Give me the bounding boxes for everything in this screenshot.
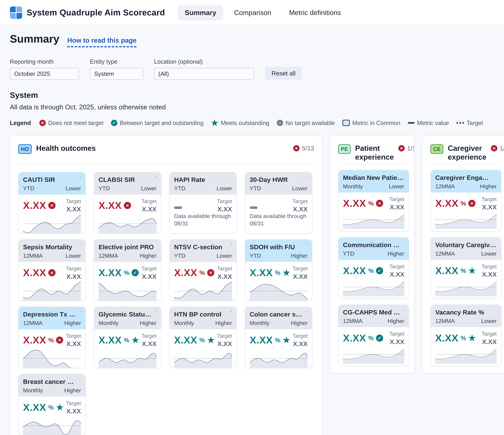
metric-period: YTD	[174, 185, 185, 192]
metric-value: X.XX	[250, 334, 273, 346]
legend-item-label: Between target and outstanding	[120, 120, 204, 126]
legend-item: Metric value	[408, 120, 449, 126]
external-link-icon[interactable]	[80, 378, 81, 379]
section-ho: HO Health outcomes × 5/13 CAUTI SIR YTD …	[10, 135, 322, 435]
entity-type-select[interactable]: System	[90, 68, 143, 80]
metric-period: Monthly	[99, 320, 118, 326]
legend-fail-icon: ×	[39, 120, 46, 126]
star-icon: ★	[56, 403, 63, 411]
external-link-icon[interactable]	[495, 174, 497, 175]
legend-item: Metric in Common	[342, 120, 400, 126]
section-count-text: 1/3	[407, 145, 415, 152]
fail-icon: ×	[48, 202, 55, 209]
tab-metric-definitions[interactable]: Metric definitions	[282, 5, 348, 21]
metric-period: 12MMA	[343, 318, 362, 324]
entity-type-value: System	[94, 70, 114, 77]
external-link-icon[interactable]	[80, 311, 81, 312]
metric-value: X.XX	[174, 267, 197, 278]
section-header: HO Health outcomes × 5/13	[18, 144, 314, 164]
star-icon: ★	[283, 269, 290, 277]
target-label: Target	[389, 196, 405, 202]
metric-unit: %	[199, 269, 205, 276]
metric-card: Caregiver Engage... 12MMA Higher X.XX % …	[430, 170, 502, 231]
target-value: X.XX	[66, 206, 81, 212]
metric-card-body: X.XX % ★ Target X.XX	[431, 260, 501, 299]
sparkline	[99, 347, 157, 368]
metric-title: Vacancy Rate %	[435, 308, 497, 316]
external-link-icon[interactable]	[306, 311, 307, 312]
section-pe: PE Patient experience × 1/3 Median New P…	[330, 135, 415, 374]
metric-unit: %	[48, 404, 54, 411]
tab-comparison[interactable]: Comparison	[227, 5, 278, 21]
legend-item-label: Metric value	[417, 120, 449, 126]
metric-value: X.XX	[343, 265, 366, 276]
top-bar: System Quadruple Aim Scorecard SummaryCo…	[0, 0, 504, 26]
metric-in-common-swatch	[342, 120, 350, 126]
metric-value: X.XX	[23, 200, 46, 211]
chevron-down-icon	[138, 73, 139, 74]
metric-value: X.XX	[99, 267, 122, 278]
metric-title: 30-Day HWR	[250, 176, 303, 183]
metric-card-header: SDOH with F/U YTD Higher	[245, 240, 312, 262]
metric-card-header: HAPI Rate YTD Lower	[170, 172, 236, 195]
target-value: X.XX	[482, 271, 497, 278]
location-select[interactable]: (All)	[154, 68, 254, 80]
target-label: Target	[217, 266, 232, 271]
metric-value-swatch	[408, 122, 415, 124]
legend-item-label: Meets outstanding	[221, 120, 269, 126]
metric-card: HAPI Rate YTD Lower Target X.XX	[169, 172, 237, 234]
target-value: X.XX	[217, 340, 232, 347]
metric-unit: %	[368, 267, 374, 274]
target-value: X.XX	[293, 206, 308, 212]
legend-item: ✓Between target and outstanding	[111, 120, 204, 126]
reporting-month-select[interactable]: October 2025	[10, 68, 79, 80]
metric-direction: Lower	[481, 318, 497, 324]
external-link-icon[interactable]	[155, 176, 157, 177]
how-to-read-link[interactable]: How to read this page	[67, 36, 136, 47]
legend-item-label: Does not meet target	[48, 120, 104, 126]
tab-bar: SummaryComparisonMetric definitions	[178, 5, 348, 21]
metric-period: YTD	[99, 185, 110, 192]
metric-title: Voluntary Caregiver...	[435, 241, 497, 249]
tab-summary[interactable]: Summary	[178, 5, 223, 21]
metric-value: X.XX	[23, 334, 46, 346]
metric-card-header: CAUTI SIR YTD Lower	[18, 172, 85, 195]
section-count-text: 1/2	[500, 145, 504, 152]
metric-title: Sepsis Mortality	[23, 243, 77, 251]
metric-card-body: X.XX % ★ Target X.XX	[245, 329, 312, 368]
app-logo-icon	[10, 7, 22, 19]
external-link-icon[interactable]	[306, 176, 307, 177]
metric-value: X.XX	[174, 334, 197, 346]
external-link-icon[interactable]	[155, 311, 157, 312]
fail-icon: ×	[124, 202, 131, 209]
target-label: Target	[66, 266, 81, 271]
external-link-icon[interactable]	[80, 176, 81, 177]
metric-value: X.XX	[99, 334, 122, 346]
sparkline	[343, 345, 404, 364]
metric-title: HAPI Rate	[174, 176, 232, 183]
target-value: X.XX	[217, 273, 232, 280]
external-link-icon[interactable]	[80, 244, 81, 245]
metric-period: 12MMA	[23, 320, 43, 326]
target-value: X.XX	[293, 340, 308, 347]
legend-item-label: No target available	[286, 120, 335, 126]
external-link-icon[interactable]	[403, 309, 404, 310]
sparkline	[250, 347, 308, 368]
external-link-icon[interactable]	[231, 311, 232, 312]
legend-item: Target	[456, 120, 483, 126]
external-link-icon[interactable]	[231, 244, 232, 245]
metric-period: 12MMA	[23, 252, 43, 259]
reset-all-button[interactable]: Reset all	[265, 67, 302, 80]
target-label: Target	[217, 199, 232, 204]
metric-card: Median New Patient... Monthly Lower X.XX…	[338, 170, 409, 231]
sparkline	[343, 278, 404, 296]
metric-unit: %	[460, 200, 466, 207]
metric-card-body: X.XX × Target X.XX	[94, 195, 161, 234]
metric-direction: Higher	[291, 252, 307, 259]
metric-period: 12MMA	[435, 250, 455, 257]
external-link-icon[interactable]	[306, 244, 307, 245]
metric-direction: Lower	[65, 185, 81, 192]
section-title: Health outcomes	[36, 144, 289, 153]
metric-card-header: CLABSI SIR YTD Lower	[94, 172, 161, 195]
metric-title: CAUTI SIR	[23, 176, 77, 183]
